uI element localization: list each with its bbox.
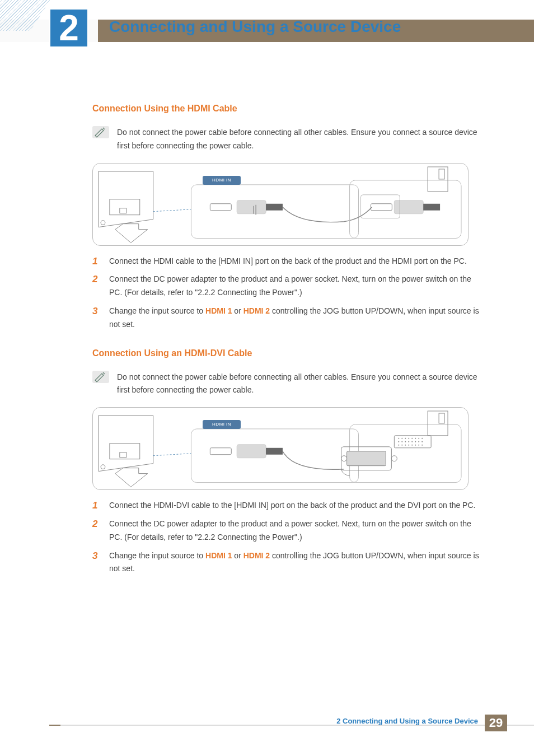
- svg-rect-11: [423, 203, 440, 210]
- svg-point-25: [401, 438, 402, 439]
- svg-point-46: [418, 445, 419, 446]
- svg-point-44: [411, 445, 413, 446]
- highlight-text: HDMI 2: [243, 306, 270, 315]
- svg-rect-3: [191, 184, 358, 238]
- svg-point-31: [421, 438, 423, 439]
- page-footer: 2 Connecting and Using a Source Device 2…: [0, 717, 534, 734]
- chapter-number-box: 2: [49, 8, 88, 48]
- connection-diagram-hdmi: HDMI IN: [92, 163, 469, 246]
- step-text: or: [232, 551, 243, 560]
- step-item: Change the input source to HDMI 1 or HDM…: [92, 549, 481, 576]
- highlight-text: HDMI 2: [243, 551, 270, 560]
- svg-rect-12: [428, 167, 448, 192]
- svg-point-35: [408, 441, 409, 442]
- connection-diagram-hdmi-dvi: HDMI IN: [92, 407, 469, 490]
- svg-point-38: [418, 441, 419, 442]
- steps-list-hdmi-dvi: Connect the HDMI-DVI cable to the [HDMI …: [92, 499, 481, 576]
- port-label-hdmi: HDMI IN: [203, 420, 241, 429]
- svg-point-30: [418, 438, 419, 439]
- note-icon: [92, 126, 109, 138]
- svg-point-36: [411, 441, 413, 442]
- page-number: 29: [485, 715, 507, 731]
- svg-point-42: [405, 445, 406, 446]
- svg-rect-10: [394, 200, 423, 213]
- step-item: Connect the DC power adapter to the prod…: [92, 273, 481, 300]
- svg-rect-13: [439, 169, 444, 179]
- step-text: or: [232, 306, 243, 315]
- note-row: Do not connect the power cable before co…: [92, 126, 481, 153]
- steps-list-hdmi: Connect the HDMI cable to the [HDMI IN] …: [92, 255, 481, 332]
- svg-rect-20: [237, 445, 266, 458]
- svg-rect-19: [210, 448, 231, 455]
- header-hatch-decoration: [0, 0, 50, 31]
- svg-point-40: [398, 445, 399, 446]
- svg-rect-15: [110, 444, 140, 459]
- step-item: Connect the HDMI cable to the [HDMI IN] …: [92, 255, 481, 268]
- chapter-title: Connecting and Using a Source Device: [109, 18, 401, 36]
- svg-rect-53: [439, 413, 444, 423]
- svg-point-29: [415, 438, 416, 439]
- page-content: Connection Using the HDMI Cable Do not c…: [92, 104, 481, 592]
- svg-point-37: [415, 441, 416, 442]
- step-item: Connect the HDMI-DVI cable to the [HDMI …: [92, 499, 481, 512]
- svg-point-32: [398, 441, 399, 442]
- step-item: Change the input source to HDMI 1 or HDM…: [92, 305, 481, 332]
- svg-point-41: [401, 445, 402, 446]
- note-text: Do not connect the power cable before co…: [117, 371, 481, 398]
- svg-rect-49: [347, 451, 386, 466]
- chapter-number: 2: [59, 10, 79, 46]
- svg-point-28: [411, 438, 413, 439]
- port-label-hdmi: HDMI IN: [203, 176, 241, 185]
- footer-chapter-text: 2 Connecting and Using a Source Device: [336, 717, 478, 725]
- svg-rect-52: [428, 411, 448, 436]
- step-text: Connect the DC power adapter to the prod…: [109, 274, 471, 297]
- note-text: Do not connect the power cable before co…: [117, 126, 481, 153]
- svg-rect-21: [266, 448, 283, 455]
- svg-point-45: [415, 445, 416, 446]
- section-heading-hdmi-dvi: Connection Using an HDMI-DVI Cable: [92, 348, 481, 358]
- svg-rect-8: [371, 203, 392, 210]
- svg-point-26: [405, 438, 406, 439]
- svg-rect-5: [237, 200, 266, 213]
- step-text: Connect the HDMI cable to the [HDMI IN] …: [109, 256, 467, 265]
- svg-rect-4: [210, 203, 231, 210]
- svg-rect-18: [191, 429, 358, 483]
- svg-point-2: [101, 220, 105, 225]
- svg-point-33: [401, 441, 402, 442]
- svg-rect-0: [110, 199, 140, 214]
- step-text: Connect the DC power adapter to the prod…: [109, 519, 471, 542]
- highlight-text: HDMI 1: [205, 306, 232, 315]
- svg-rect-16: [120, 452, 127, 458]
- step-text: Change the input source to: [109, 306, 205, 315]
- svg-point-51: [391, 456, 397, 461]
- note-row: Do not connect the power cable before co…: [92, 371, 481, 398]
- svg-point-43: [408, 445, 409, 446]
- svg-point-34: [405, 441, 406, 442]
- svg-point-50: [341, 456, 347, 461]
- step-text: Change the input source to: [109, 551, 205, 560]
- section-heading-hdmi: Connection Using the HDMI Cable: [92, 104, 481, 114]
- highlight-text: HDMI 1: [205, 551, 232, 560]
- svg-rect-6: [266, 203, 283, 210]
- svg-line-14: [153, 209, 191, 211]
- svg-point-17: [101, 465, 105, 469]
- step-item: Connect the DC power adapter to the prod…: [92, 517, 481, 544]
- svg-point-24: [398, 438, 399, 439]
- svg-rect-1: [120, 208, 127, 213]
- note-icon: [92, 371, 109, 383]
- svg-point-47: [421, 445, 423, 446]
- svg-point-39: [421, 441, 423, 442]
- svg-line-54: [153, 454, 191, 456]
- step-text: Connect the HDMI-DVI cable to the [HDMI …: [109, 501, 475, 510]
- footer-rule-accent: [49, 725, 60, 726]
- svg-point-27: [408, 438, 409, 439]
